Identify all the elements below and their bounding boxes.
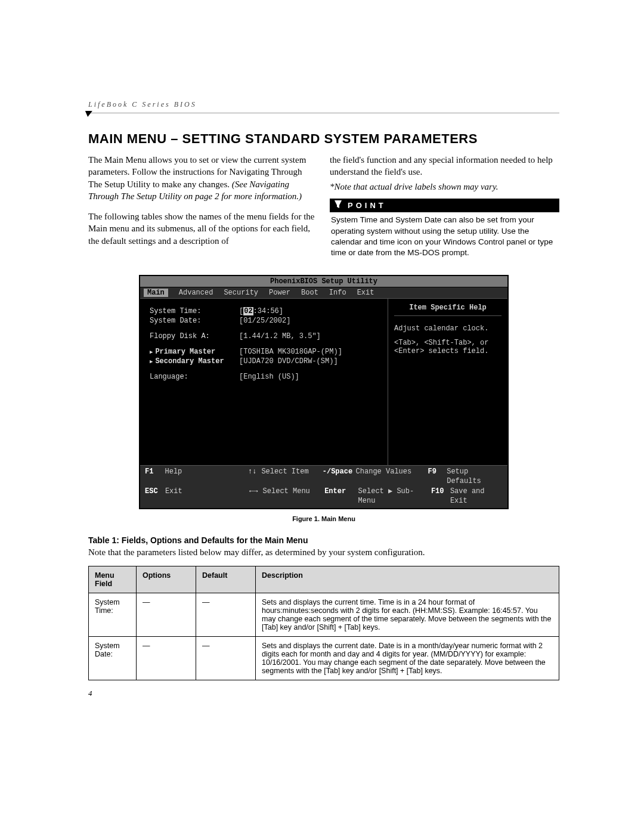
cell-options: —: [137, 593, 196, 636]
cell-options: —: [137, 636, 196, 680]
bios-key-space-label: Change Values: [356, 467, 428, 486]
bios-help-line-3: <Enter> selects field.: [394, 347, 501, 355]
bios-tab-boot: Boot: [301, 289, 318, 297]
bios-tab-power: Power: [269, 289, 290, 297]
bios-value-system-time: [02:34:56]: [239, 307, 283, 315]
table-row: System Date: — — Sets and displays the c…: [89, 636, 559, 680]
bios-key-leftright-label: Select Menu: [263, 487, 325, 506]
bios-tab-exit: Exit: [357, 289, 374, 297]
bios-tab-advanced: Advanced: [179, 289, 213, 297]
bios-menu-bar: Main Advanced Security Power Boot Info E…: [140, 287, 507, 299]
page-number: 4: [88, 689, 559, 698]
figure-caption: Figure 1. Main Menu: [88, 515, 559, 522]
bios-key-f9: F9: [428, 467, 447, 486]
drive-label-note: *Note that actual drive labels shown may…: [330, 181, 559, 193]
intro-paragraph-3: the field's function and any special inf…: [330, 154, 559, 178]
bios-help-pane: Item Specific Help Adjust calendar clock…: [388, 299, 507, 465]
page-title: MAIN MENU – SETTING STANDARD SYSTEM PARA…: [88, 131, 559, 147]
cell-description: Sets and displays the current time. Time…: [256, 593, 559, 636]
table-header-options: Options: [137, 566, 196, 593]
bios-key-f10: F10: [431, 487, 450, 506]
bios-label-secondary-master: Secondary Master: [150, 357, 239, 366]
table-header-menu-field: Menu Field: [89, 566, 137, 593]
bios-key-enter-label: Select ▶ Sub-Menu: [358, 487, 431, 506]
bios-label-system-time: System Time:: [150, 307, 239, 315]
bios-tab-info: Info: [329, 289, 346, 297]
table-title: Table 1: Fields, Options and Defaults fo…: [88, 535, 559, 545]
bios-help-title: Item Specific Help: [394, 304, 501, 316]
cell-field: System Time:: [89, 593, 137, 636]
bios-time-rest: :34:56]: [253, 307, 283, 315]
bios-key-f1-label: Help: [165, 467, 249, 486]
bios-key-f1: F1: [145, 467, 165, 486]
cell-default: —: [196, 593, 256, 636]
bios-key-updown-label: Select Item: [261, 467, 322, 486]
bios-value-primary-master: [TOSHIBA MK3018GAP-(PM)]: [239, 348, 342, 356]
bios-value-secondary-master: [UJDA720 DVD/CDRW-(SM)]: [239, 357, 338, 366]
table-row: System Time: — — Sets and displays the c…: [89, 593, 559, 636]
bios-key-enter: Enter: [324, 487, 358, 506]
cell-field: System Date:: [89, 636, 137, 680]
intro-paragraph-2: The following tables show the names of t…: [88, 210, 318, 247]
cell-description: Sets and displays the current date. Date…: [256, 636, 559, 680]
bios-key-updown: ↑↓: [248, 467, 261, 486]
header-marker-icon: [84, 111, 92, 117]
bios-tab-main: Main: [144, 289, 168, 297]
bios-title-bar: PhoenixBIOS Setup Utility: [140, 276, 507, 287]
bios-value-system-date: [01/25/2002]: [239, 317, 290, 325]
point-label: POINT: [348, 201, 386, 210]
bios-fields-pane: System Time: [02:34:56] System Date: [01…: [140, 299, 388, 465]
options-table: Menu Field Options Default Description S…: [88, 566, 559, 680]
intro-paragraph-1: The Main Menu allows you to set or view …: [88, 154, 318, 202]
bios-key-space: -/Space: [323, 467, 356, 486]
point-icon: [333, 199, 343, 209]
bios-key-f10-label: Save and Exit: [450, 487, 503, 506]
bios-label-system-date: System Date:: [150, 317, 239, 325]
bios-screenshot: PhoenixBIOS Setup Utility Main Advanced …: [139, 275, 509, 509]
table-header-description: Description: [256, 566, 559, 593]
bios-label-primary-master: Primary Master: [150, 348, 239, 356]
cell-default: —: [196, 636, 256, 680]
bios-key-f9-label: Setup Defaults: [447, 467, 503, 486]
bios-label-floppy: Floppy Disk A:: [150, 332, 239, 340]
table-note: Note that the parameters listed below ma…: [88, 547, 559, 558]
bios-key-esc: ESC: [145, 487, 165, 506]
bios-help-line-1: Adjust calendar clock.: [394, 324, 501, 333]
bios-value-floppy: [1.44/1.2 MB, 3.5"]: [239, 332, 321, 340]
bios-label-language: Language:: [150, 373, 239, 381]
running-head: LifeBook C Series BIOS: [88, 100, 559, 109]
bios-key-esc-label: Exit: [165, 487, 249, 506]
bios-footer: F1 Help ↑↓ Select Item -/Space Change Va…: [140, 466, 507, 508]
bios-key-leftright: ←→: [249, 487, 263, 506]
point-callout: POINT System Time and System Date can al…: [330, 199, 559, 258]
bios-help-line-2: <Tab>, <Shift-Tab>, or: [394, 339, 501, 347]
bios-time-hh-selected: 02: [243, 307, 253, 315]
point-text: System Time and System Date can also be …: [330, 212, 559, 258]
bios-tab-security: Security: [224, 289, 258, 297]
table-header-default: Default: [196, 566, 256, 593]
bios-value-language: [English (US)]: [239, 373, 299, 381]
